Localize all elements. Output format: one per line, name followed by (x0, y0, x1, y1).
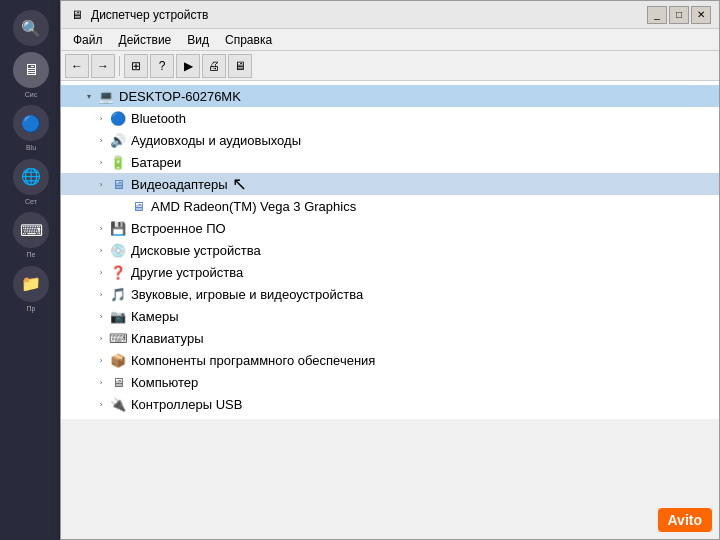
avito-badge: Avito (658, 508, 712, 532)
tree-keyboard[interactable]: › ⌨ Клавиатуры (61, 327, 719, 349)
menu-file[interactable]: Файл (65, 31, 111, 49)
forward-button[interactable]: → (91, 54, 115, 78)
computer-label: Компьютер (131, 375, 198, 390)
menu-action[interactable]: Действие (111, 31, 180, 49)
disk-expand-arrow: › (93, 242, 109, 258)
amd-icon: 🖥 (129, 197, 147, 215)
keyboard-label: Клавиатуры (131, 331, 204, 346)
tree-software[interactable]: › 📦 Компоненты программного обеспечения (61, 349, 719, 371)
back-button[interactable]: ← (65, 54, 89, 78)
title-bar: 🖥 Диспетчер устройств _ □ ✕ (61, 1, 719, 29)
tree-sound[interactable]: › 🎵 Звуковые, игровые и видеоустройства (61, 283, 719, 305)
sidebar-peripheral[interactable]: ⌨ Пе (6, 212, 56, 259)
maximize-button[interactable]: □ (669, 6, 689, 24)
software-expand-arrow: › (93, 352, 109, 368)
system-icon: 🖥 (13, 52, 49, 88)
display-icon: 🖥 (109, 175, 127, 193)
tree-root[interactable]: ▾ 💻 DESKTOP-60276MK (61, 85, 719, 107)
other-expand-arrow: › (93, 264, 109, 280)
tree-audio[interactable]: › 🔊 Аудиовходы и аудиовыходы (61, 129, 719, 151)
tree-computer[interactable]: › 🖥 Компьютер (61, 371, 719, 393)
menu-view[interactable]: Вид (179, 31, 217, 49)
firmware-label: Встроенное ПО (131, 221, 226, 236)
minimize-button[interactable]: _ (647, 6, 667, 24)
software-icon: 📦 (109, 351, 127, 369)
sidebar-system[interactable]: 🖥 Сис (6, 52, 56, 99)
avito-logo: Avito (668, 512, 702, 528)
audio-label: Аудиовходы и аудиовыходы (131, 133, 301, 148)
sidebar-network-label: Сет (25, 198, 37, 206)
tree-usb[interactable]: › 🔌 Контроллеры USB (61, 393, 719, 415)
firmware-expand-arrow: › (93, 220, 109, 236)
sidebar-search[interactable]: 🔍 (6, 10, 56, 46)
window-title: Диспетчер устройств (91, 8, 647, 22)
sound-expand-arrow: › (93, 286, 109, 302)
tree-disk[interactable]: › 💿 Дисковые устройства (61, 239, 719, 261)
amd-label: AMD Radeon(TM) Vega 3 Graphics (151, 199, 356, 214)
tree-amd[interactable]: › 🖥 AMD Radeon(TM) Vega 3 Graphics (61, 195, 719, 217)
play-button[interactable]: ▶ (176, 54, 200, 78)
sidebar-programs-label: Пр (27, 305, 36, 313)
keyboard-expand-arrow: › (93, 330, 109, 346)
dark-sidebar: 🔍 🖥 Сис 🔵 Blu 🌐 Сет ⌨ Пе 📁 Пр (0, 0, 62, 540)
camera-label: Камеры (131, 309, 179, 324)
title-buttons: _ □ ✕ (647, 6, 711, 24)
monitor-button[interactable]: 🖥 (228, 54, 252, 78)
battery-expand-arrow: › (93, 154, 109, 170)
bluetooth-icon: 🔵 (109, 109, 127, 127)
sound-label: Звуковые, игровые и видеоустройства (131, 287, 363, 302)
usb-expand-arrow: › (93, 396, 109, 412)
toolbar-separator-1 (119, 56, 120, 76)
sound-icon: 🎵 (109, 285, 127, 303)
help-button[interactable]: ? (150, 54, 174, 78)
computer-icon: 💻 (97, 87, 115, 105)
usb-icon: 🔌 (109, 395, 127, 413)
computer2-icon: 🖥 (109, 373, 127, 391)
peripheral-icon: ⌨ (13, 212, 49, 248)
sidebar-bluetooth[interactable]: 🔵 Blu (6, 105, 56, 152)
tree-other[interactable]: › ❓ Другие устройства (61, 261, 719, 283)
device-tree: ▾ 💻 DESKTOP-60276MK › 🔵 Bluetooth › 🔊 Ау… (61, 81, 719, 419)
tree-firmware[interactable]: › 💾 Встроенное ПО (61, 217, 719, 239)
other-icon: ❓ (109, 263, 127, 281)
battery-icon: 🔋 (109, 153, 127, 171)
print-button[interactable]: 🖨 (202, 54, 226, 78)
disk-label: Дисковые устройства (131, 243, 261, 258)
device-manager-window: 🖥 Диспетчер устройств _ □ ✕ Файл Действи… (60, 0, 720, 540)
show-hidden-button[interactable]: ⊞ (124, 54, 148, 78)
menu-help[interactable]: Справка (217, 31, 280, 49)
toolbar: ← → ⊞ ? ▶ 🖨 🖥 (61, 51, 719, 81)
sidebar-system-label: Сис (25, 91, 37, 99)
title-icon: 🖥 (69, 7, 85, 23)
video-label: Видеоадаптеры (131, 177, 228, 192)
video-expand-arrow: › (93, 176, 109, 192)
battery-label: Батареи (131, 155, 181, 170)
camera-icon: 📷 (109, 307, 127, 325)
mouse-cursor-icon: ↖ (232, 175, 247, 193)
firmware-icon: 💾 (109, 219, 127, 237)
bluetooth-sidebar-icon: 🔵 (13, 105, 49, 141)
bluetooth-label: Bluetooth (131, 111, 186, 126)
audio-icon: 🔊 (109, 131, 127, 149)
tree-video[interactable]: › 🖥 Видеоадаптеры ↖ (61, 173, 719, 195)
bluetooth-expand-arrow: › (93, 110, 109, 126)
sidebar-network[interactable]: 🌐 Сет (6, 159, 56, 206)
software-label: Компоненты программного обеспечения (131, 353, 375, 368)
audio-expand-arrow: › (93, 132, 109, 148)
tree-battery[interactable]: › 🔋 Батареи (61, 151, 719, 173)
tree-camera[interactable]: › 📷 Камеры (61, 305, 719, 327)
programs-icon: 📁 (13, 266, 49, 302)
disk-icon: 💿 (109, 241, 127, 259)
root-label: DESKTOP-60276MK (119, 89, 241, 104)
keyboard-icon: ⌨ (109, 329, 127, 347)
tree-bluetooth[interactable]: › 🔵 Bluetooth (61, 107, 719, 129)
other-label: Другие устройства (131, 265, 243, 280)
sidebar-peripheral-label: Пе (27, 251, 36, 259)
search-icon: 🔍 (13, 10, 49, 46)
usb-label: Контроллеры USB (131, 397, 242, 412)
menu-bar: Файл Действие Вид Справка (61, 29, 719, 51)
close-button[interactable]: ✕ (691, 6, 711, 24)
sidebar-programs[interactable]: 📁 Пр (6, 266, 56, 313)
sidebar-bluetooth-label: Blu (26, 144, 36, 152)
root-expand-arrow: ▾ (81, 88, 97, 104)
